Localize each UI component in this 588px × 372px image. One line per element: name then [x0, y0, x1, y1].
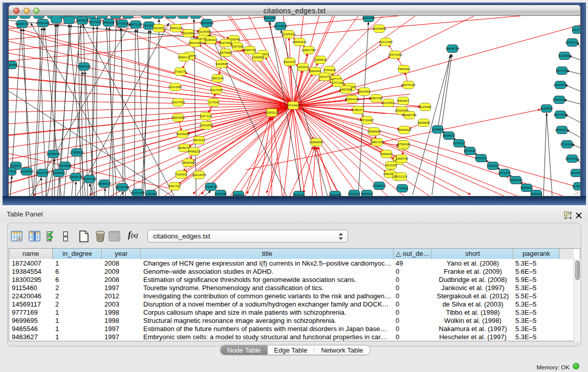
svg-text:7386372: 7386372	[352, 108, 365, 112]
svg-text:9896131: 9896131	[178, 55, 191, 59]
svg-text:9245612: 9245612	[520, 186, 533, 189]
svg-text:13495794: 13495794	[402, 113, 417, 117]
svg-text:1640954: 1640954	[431, 127, 444, 131]
svg-text:12444151: 12444151	[552, 98, 567, 101]
svg-text:1112741: 1112741	[572, 28, 580, 31]
svg-text:19384554: 19384554	[309, 140, 323, 144]
svg-text:54055724: 54055724	[15, 22, 29, 26]
svg-text:10719185: 10719185	[115, 21, 129, 25]
svg-text:16671355: 16671355	[128, 23, 143, 26]
svg-text:10961758: 10961758	[301, 48, 316, 52]
svg-text:3267110: 3267110	[200, 114, 212, 118]
svg-text:1068746: 1068746	[396, 157, 408, 160]
svg-text:12093872: 12093872	[553, 83, 568, 86]
svg-text:1733426: 1733426	[396, 186, 409, 190]
svg-text:6466160: 6466160	[102, 20, 115, 24]
svg-text:7485063: 7485063	[398, 67, 410, 71]
svg-text:8215958: 8215958	[540, 106, 553, 110]
svg-text:3824554: 3824554	[358, 90, 371, 93]
svg-text:2718176: 2718176	[174, 70, 187, 73]
svg-text:14196141: 14196141	[372, 184, 386, 187]
svg-text:23226058: 23226058	[197, 30, 211, 33]
svg-text:12923448: 12923448	[130, 191, 145, 194]
svg-text:10958107: 10958107	[97, 182, 112, 185]
svg-text:8990443: 8990443	[309, 69, 322, 73]
svg-text:7955812: 7955812	[314, 58, 327, 61]
svg-text:9115460: 9115460	[419, 105, 431, 108]
svg-text:9345101: 9345101	[530, 192, 543, 195]
svg-text:16543362: 16543362	[188, 41, 202, 45]
svg-text:117006: 117006	[208, 100, 219, 104]
svg-text:19166825: 19166825	[176, 132, 190, 136]
svg-text:15720407: 15720407	[360, 118, 374, 122]
svg-text:18640910: 18640910	[292, 40, 307, 43]
svg-text:9327505: 9327505	[220, 41, 232, 45]
svg-text:16648764: 16648764	[445, 47, 460, 50]
svg-text:9311202: 9311202	[348, 192, 360, 195]
svg-text:12505135: 12505135	[69, 175, 83, 179]
svg-text:1203451: 1203451	[570, 171, 580, 174]
svg-text:9245012: 9245012	[232, 193, 245, 196]
svg-text:17957265: 17957265	[82, 177, 97, 181]
svg-text:16107553: 16107553	[171, 100, 185, 104]
svg-text:9463627: 9463627	[397, 99, 410, 102]
svg-text:7632621: 7632621	[487, 164, 499, 167]
svg-text:9211214: 9211214	[395, 174, 407, 178]
svg-text:391541: 391541	[9, 169, 16, 173]
svg-text:20206576: 20206576	[46, 152, 60, 156]
svg-text:9457791: 9457791	[168, 184, 181, 188]
svg-text:17164 85: 17164 85	[204, 185, 217, 188]
svg-text:8813054: 8813054	[264, 16, 276, 19]
svg-text:10654112: 10654112	[509, 178, 523, 182]
svg-text:1092344: 1092344	[145, 192, 158, 195]
svg-text:9245012: 9245012	[361, 192, 374, 195]
svg-text:2620650: 2620650	[9, 63, 18, 67]
svg-text:7663822: 7663822	[153, 26, 165, 30]
svg-text:15300213: 15300213	[265, 111, 279, 114]
svg-text:18724007: 18724007	[286, 103, 300, 107]
svg-text:9129906: 9129906	[558, 54, 571, 57]
svg-text:9777169: 9777169	[332, 81, 344, 84]
svg-text:4498222: 4498222	[188, 149, 201, 153]
svg-text:12156829: 12156829	[19, 169, 34, 173]
svg-text:15692971: 15692971	[555, 128, 569, 132]
svg-text:8454749: 8454749	[244, 48, 256, 52]
svg-text:7625402: 7625402	[175, 172, 188, 176]
svg-text:8012455: 8012455	[329, 193, 342, 196]
svg-text:19654982: 19654982	[171, 116, 185, 119]
svg-text:8660124: 8660124	[170, 26, 183, 30]
svg-text:93975887: 93975887	[58, 164, 72, 167]
svg-text:16033809: 16033809	[200, 21, 214, 25]
svg-text:12975125: 12975125	[401, 83, 416, 86]
svg-text:2087682: 2087682	[362, 16, 375, 19]
svg-text:887833: 887833	[194, 138, 205, 142]
svg-text:20053346: 20053346	[77, 64, 91, 68]
svg-text:10688609: 10688609	[367, 129, 381, 133]
svg-text:8322037: 8322037	[284, 60, 296, 63]
svg-text:7635121: 7635121	[293, 193, 306, 196]
svg-text:12942757: 12942757	[35, 171, 50, 174]
svg-text:924501 2: 924501 2	[572, 184, 580, 188]
svg-text:20691406: 20691406	[36, 21, 50, 25]
svg-text:3875685: 3875685	[220, 51, 232, 54]
svg-text:8186323: 8186323	[205, 38, 217, 41]
svg-text:12675312: 12675312	[565, 157, 579, 160]
svg-text:19218506: 19218506	[273, 24, 288, 28]
svg-text:9474444: 9474444	[464, 149, 476, 152]
svg-text:11325419: 11325419	[281, 32, 296, 36]
svg-text:16210643: 16210643	[553, 113, 568, 116]
svg-text:14914479: 14914479	[192, 173, 206, 177]
svg-text:16854923: 16854923	[397, 128, 411, 132]
svg-text:8938923: 8938923	[443, 134, 455, 137]
svg-text:9794028: 9794028	[323, 68, 336, 72]
svg-text:17016504: 17016504	[560, 142, 574, 146]
svg-text:10973493: 10973493	[388, 53, 402, 56]
svg-text:17359928: 17359928	[70, 150, 84, 154]
svg-text:9756928: 9756928	[398, 142, 410, 146]
svg-text:18807249: 18807249	[370, 140, 384, 144]
svg-text:1162615: 1162615	[297, 65, 309, 69]
svg-text:9084067: 9084067	[380, 152, 393, 156]
svg-text:8471676: 8471676	[498, 171, 511, 174]
svg-text:14099489: 14099489	[181, 161, 195, 164]
svg-text:10807487: 10807487	[369, 96, 383, 100]
